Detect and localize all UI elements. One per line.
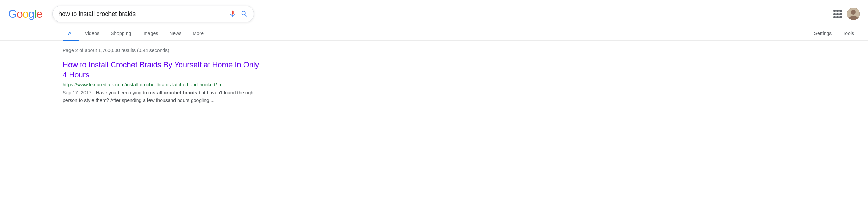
svg-point-1 [851,10,856,15]
nav-item-news[interactable]: News [164,26,187,40]
nav-separator [212,30,212,37]
result-title[interactable]: How to Install Crochet Braids By Yoursel… [63,60,264,80]
apps-dot [839,16,842,18]
result-url-row: https://www.texturedtalk.com/install-cro… [63,82,264,87]
snippet-prefix: - Have you been dying to [91,90,148,95]
result-item: How to Install Crochet Braids By Yoursel… [63,60,264,104]
nav-item-more[interactable]: More [187,26,209,40]
snippet-bold: install crochet braids [148,90,197,95]
apps-dot [836,10,839,12]
microphone-icon[interactable] [229,10,236,18]
search-button-icon[interactable] [241,10,248,18]
nav-item-videos[interactable]: Videos [79,26,105,40]
google-logo: Google [8,8,42,20]
header: Google [0,0,868,22]
result-dropdown-arrow[interactable]: ▼ [219,83,222,87]
results-count: Page 2 of about 1,760,000 results (0.44 … [63,48,264,53]
nav-item-settings[interactable]: Settings [809,26,837,40]
nav-items: All Videos Shopping Images News More [63,26,209,40]
snippet-date: Sep 17, 2017 [63,90,91,95]
apps-dot [836,13,839,15]
apps-dot [833,10,836,12]
nav-bar: All Videos Shopping Images News More Set… [0,24,868,41]
avatar[interactable] [847,8,860,20]
apps-dot [839,10,842,12]
apps-dot [833,16,836,18]
search-input[interactable] [58,10,229,18]
nav-item-images[interactable]: Images [137,26,164,40]
search-box-wrapper [52,6,254,22]
nav-item-all[interactable]: All [63,26,79,40]
result-snippet: Sep 17, 2017 - Have you been dying to in… [63,89,264,104]
search-icons [229,10,248,18]
results-area: Page 2 of about 1,760,000 results (0.44 … [0,41,264,104]
nav-item-tools[interactable]: Tools [837,26,860,40]
header-right [833,8,860,20]
apps-dot [839,13,842,15]
nav-item-shopping[interactable]: Shopping [105,26,137,40]
nav-right-items: Settings Tools [809,26,860,40]
search-box [52,6,254,22]
apps-icon[interactable] [833,10,842,18]
apps-dot [836,16,839,18]
apps-dot [833,13,836,15]
result-url[interactable]: https://www.texturedtalk.com/install-cro… [63,82,217,87]
avatar-image [847,8,860,20]
